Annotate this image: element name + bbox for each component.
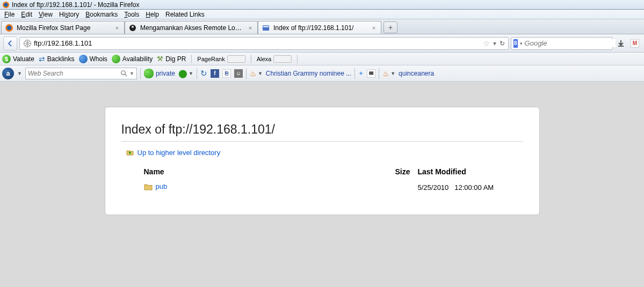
folder-icon [144, 183, 153, 192]
tab-strip: Mozilla Firefox Start Page × Mengamankan… [0, 19, 644, 34]
back-button[interactable] [3, 36, 17, 50]
menu-help[interactable]: Help [142, 10, 162, 19]
extension-toolbar: a ▼ ▼ private ⬤▼ ↻ f ⎘ ☺ ♨▼ Christian Gr… [0, 65, 644, 82]
private-icon [144, 69, 154, 78]
news-link-1[interactable]: Christian Grammy nominee ... [266, 70, 351, 77]
tab-ftp-index[interactable]: Index of ftp://192.168.1.101/ × [258, 21, 381, 34]
url-input[interactable] [34, 39, 481, 47]
divider [197, 68, 197, 79]
tab-mengamankan[interactable]: Mengamankan Akses Remote Login s... × [125, 21, 258, 34]
tab-label: Mozilla Firefox Start Page [17, 24, 110, 32]
up-link-text[interactable]: Up to higher level directory [138, 149, 221, 157]
web-search-field[interactable]: ▼ [25, 68, 137, 79]
backlinks-button[interactable]: ⇄Backlinks [39, 55, 75, 63]
svg-point-12 [121, 71, 125, 75]
arrow-left-icon [6, 40, 14, 47]
backlinks-icon: ⇄ [39, 55, 45, 63]
window-title-bar: Index of ftp://192.168.1.101/ - Mozilla … [0, 0, 644, 10]
dropdown-icon[interactable]: ▼ [17, 71, 22, 76]
svg-point-3 [7, 26, 11, 30]
whois-icon [79, 55, 88, 63]
search-engine-badge[interactable]: 8 [513, 39, 518, 48]
col-modified: Last Modified [415, 165, 522, 180]
divider [246, 68, 247, 79]
menu-file[interactable]: File [1, 10, 18, 19]
window-title: Index of ftp://192.168.1.101/ - Mozilla … [12, 1, 139, 9]
label: Backlinks [47, 55, 75, 63]
svg-point-1 [4, 3, 8, 6]
menu-related-links[interactable]: Related Links [162, 10, 208, 19]
reload-icon[interactable]: ↻ [500, 40, 505, 47]
downloads-button[interactable] [615, 38, 627, 49]
row-modified: 5/25/2010 12:00:00 AM [415, 181, 522, 193]
whois-button[interactable]: Whois [79, 55, 107, 63]
dropdown-icon[interactable]: ▼ [129, 71, 134, 76]
dollar-icon: $ [2, 55, 11, 63]
contact-button[interactable]: ☺ [234, 69, 243, 78]
tab-label: Mengamankan Akses Remote Login s... [140, 24, 243, 32]
pagerank-indicator[interactable]: PageRank [197, 55, 245, 63]
menu-edit[interactable]: Edit [18, 10, 35, 19]
label: private [156, 70, 175, 77]
row-size [371, 181, 414, 193]
close-icon[interactable]: × [113, 24, 121, 32]
search-icon[interactable] [120, 70, 127, 77]
new-tab-button[interactable]: + [383, 21, 397, 33]
url-field[interactable]: ☆ ▾ ↻ [19, 37, 509, 50]
divider [140, 68, 141, 79]
news-link-2[interactable]: quinceanera [399, 70, 434, 77]
download-icon [617, 39, 625, 48]
table-row[interactable]: pub 5/25/2010 12:00:00 AM [122, 181, 522, 193]
divider [191, 55, 192, 63]
menu-tools[interactable]: Tools [121, 10, 142, 19]
web-search-input[interactable] [28, 70, 118, 77]
tab-firefox-start[interactable]: Mozilla Firefox Start Page × [1, 21, 125, 34]
divider [354, 68, 355, 79]
home-button[interactable]: M [629, 38, 641, 49]
app-menu-button[interactable]: a [2, 68, 14, 79]
fb-button[interactable]: f [211, 69, 219, 78]
dropdown-icon[interactable]: ▾ [520, 41, 523, 46]
a-icon: a [6, 70, 10, 77]
share-button[interactable]: ⎘ [222, 69, 231, 78]
mail-button[interactable]: ✉ [367, 69, 375, 78]
page-icon [262, 24, 270, 32]
facebook-icon: f [211, 69, 219, 78]
refresh-tool-button[interactable]: ↻ [200, 69, 207, 78]
up-directory-link[interactable]: Up to higher level directory [126, 148, 523, 157]
close-icon[interactable]: × [370, 24, 378, 32]
tab-label: Index of ftp://192.168.1.101/ [273, 24, 367, 32]
search-field[interactable]: 8 ▾ [511, 37, 613, 50]
page-icon [128, 24, 137, 32]
valuate-button[interactable]: $Valuate [2, 55, 34, 63]
dropdown-icon: ▼ [258, 71, 263, 76]
divider [297, 55, 298, 63]
col-size: Size [371, 165, 414, 180]
menu-view[interactable]: View [35, 10, 56, 19]
firefox-icon [2, 1, 10, 9]
bookmark-star-icon[interactable]: ☆ [483, 39, 490, 48]
seo-toolbar: $Valuate ⇄Backlinks Whois Availability ⚒… [0, 53, 644, 65]
alexa-indicator[interactable]: Alexa [257, 55, 292, 63]
availability-button[interactable]: Availability [112, 55, 153, 63]
flame-icon: ♨ [382, 69, 389, 78]
search-input[interactable] [525, 39, 616, 47]
sparkle-icon: ✦ [358, 70, 364, 77]
private-button[interactable]: private [144, 69, 175, 78]
link-icon: ⬤ [178, 69, 187, 78]
trending-button-2[interactable]: ♨▼ [382, 69, 395, 78]
menu-bookmarks[interactable]: Bookmarks [82, 10, 121, 19]
trending-button[interactable]: ♨▼ [250, 69, 263, 78]
link-tool-button[interactable]: ⬤▼ [178, 69, 193, 78]
menu-bar: File Edit View History Bookmarks Tools H… [0, 10, 644, 19]
availability-icon [112, 55, 120, 63]
page-title: Index of ftp://192.168.1.101/ [121, 122, 523, 142]
dig-pr-button[interactable]: ⚒Dig PR [157, 55, 186, 63]
sparkle-button[interactable]: ✦ [358, 70, 364, 77]
label: Availability [122, 55, 153, 63]
close-icon[interactable]: × [247, 24, 254, 32]
menu-history[interactable]: History [56, 10, 82, 19]
dropdown-icon[interactable]: ▾ [493, 40, 496, 47]
dropdown-icon: ▼ [189, 71, 193, 76]
up-folder-icon [126, 148, 134, 157]
